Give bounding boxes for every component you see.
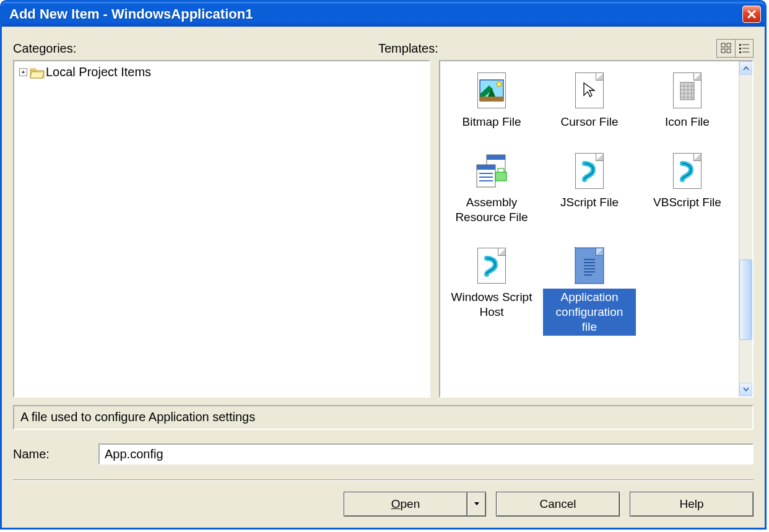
- dialog-body: Categories: Templates:: [2, 27, 765, 528]
- name-input[interactable]: [98, 443, 754, 464]
- templates-panel: Bitmap File Cursor File: [439, 60, 754, 398]
- scroll-up-button[interactable]: [739, 61, 752, 75]
- categories-label: Categories:: [13, 41, 378, 56]
- name-label: Name:: [13, 447, 87, 461]
- svg-rect-6: [739, 44, 741, 46]
- template-label: VBScript File: [650, 194, 725, 211]
- template-label: Bitmap File: [458, 113, 524, 131]
- template-item-cursor-file[interactable]: Cursor File: [543, 72, 636, 131]
- svg-rect-14: [480, 97, 503, 101]
- tree-item-local-project-items[interactable]: + Local Project Items: [19, 65, 424, 79]
- chevron-up-icon: [743, 66, 749, 71]
- jscript-icon: [575, 153, 604, 189]
- icon-file-icon: [673, 72, 702, 108]
- template-item-windows-script-host[interactable]: Windows Script Host: [445, 248, 538, 335]
- chevron-down-icon: [743, 387, 749, 392]
- template-label: Windows Script Host: [445, 289, 538, 321]
- template-item-icon-file[interactable]: Icon File: [641, 72, 734, 131]
- template-item-bitmap-file[interactable]: Bitmap File: [445, 72, 538, 131]
- window-title: Add New Item - WindowsApplication1: [9, 6, 253, 22]
- svg-rect-2: [721, 43, 725, 47]
- open-button-rest: pen: [401, 497, 420, 510]
- tree-expand-icon[interactable]: +: [19, 68, 27, 76]
- svg-rect-5: [727, 49, 731, 53]
- bitmap-icon: [477, 72, 506, 108]
- view-small-icons-button[interactable]: [735, 39, 754, 58]
- cancel-button[interactable]: Cancel: [496, 492, 620, 517]
- wsh-icon: [477, 248, 506, 284]
- chevron-down-icon: [474, 502, 480, 507]
- svg-rect-4: [721, 49, 725, 53]
- open-button-accel: O: [391, 497, 401, 510]
- template-label: JScript File: [557, 194, 622, 211]
- svg-rect-10: [739, 51, 741, 53]
- categories-tree[interactable]: + Local Project Items: [13, 60, 430, 398]
- vbscript-icon: [673, 153, 702, 189]
- template-label: Application configuration file: [543, 289, 636, 335]
- svg-point-13: [497, 82, 502, 87]
- tree-item-label: Local Project Items: [46, 65, 151, 79]
- view-large-icons-button[interactable]: [716, 39, 735, 58]
- open-button[interactable]: Open: [344, 492, 467, 517]
- templates-list[interactable]: Bitmap File Cursor File: [440, 61, 739, 396]
- cursor-icon: [575, 72, 604, 108]
- svg-rect-24: [487, 155, 505, 160]
- large-icons-icon: [721, 43, 732, 54]
- templates-label: Templates:: [378, 41, 716, 56]
- appconfig-icon: [575, 248, 604, 284]
- svg-rect-26: [477, 165, 495, 170]
- scroll-track[interactable]: [739, 75, 752, 383]
- separator: [13, 479, 754, 481]
- titlebar[interactable]: Add New Item - WindowsApplication1: [2, 2, 765, 27]
- help-button[interactable]: Help: [630, 492, 754, 517]
- scroll-down-button[interactable]: [739, 383, 752, 396]
- close-button[interactable]: [742, 6, 761, 23]
- add-new-item-dialog: Add New Item - WindowsApplication1 Categ…: [0, 0, 767, 530]
- template-item-jscript-file[interactable]: JScript File: [543, 153, 636, 226]
- template-item-assembly-resource-file[interactable]: Assembly Resource File: [445, 153, 538, 226]
- description-panel: A file used to configure Application set…: [13, 405, 754, 430]
- template-label: Cursor File: [557, 113, 622, 131]
- template-item-application-configuration-file[interactable]: Application configuration file: [543, 248, 636, 335]
- folder-icon: [30, 67, 43, 78]
- templates-scrollbar[interactable]: [739, 61, 752, 396]
- assembly-resource-icon: [474, 153, 509, 189]
- svg-rect-30: [495, 172, 506, 181]
- template-item-vbscript-file[interactable]: VBScript File: [641, 153, 734, 226]
- scroll-thumb[interactable]: [739, 259, 752, 340]
- open-dropdown-button[interactable]: [467, 492, 486, 517]
- svg-rect-3: [727, 43, 731, 47]
- template-label: Icon File: [661, 113, 713, 131]
- close-icon: [747, 10, 756, 19]
- svg-rect-8: [739, 48, 741, 50]
- template-label: Assembly Resource File: [445, 194, 538, 226]
- small-icons-icon: [739, 43, 750, 54]
